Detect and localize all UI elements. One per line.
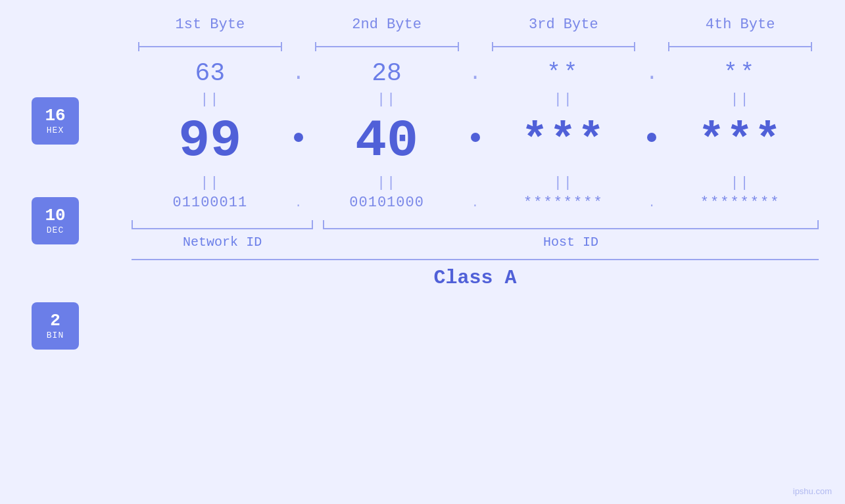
hex-byte-1: 63 bbox=[132, 59, 289, 87]
network-id-label: Network ID bbox=[132, 235, 313, 250]
dec-badge-label: DEC bbox=[47, 225, 64, 235]
hex-badge: 16 HEX bbox=[32, 97, 79, 145]
hex-badge-label: HEX bbox=[47, 126, 64, 135]
hex-value-row: 63 . 28 . ** . ** bbox=[132, 59, 819, 87]
pipe-row-1: || || || || bbox=[132, 87, 819, 111]
bin-dot-3: . bbox=[642, 196, 662, 210]
col-header-1: 1st Byte bbox=[132, 16, 289, 33]
dec-dot-3 bbox=[642, 133, 662, 150]
pipe-2-1: || bbox=[132, 175, 289, 191]
hex-badge-number: 16 bbox=[45, 106, 65, 126]
pipe-2-4: || bbox=[662, 175, 819, 191]
bin-badge-label: BIN bbox=[47, 331, 64, 340]
column-headers: 1st Byte 2nd Byte 3rd Byte 4th Byte bbox=[132, 16, 819, 33]
dec-badge-number: 10 bbox=[45, 206, 65, 225]
rows-container: 1st Byte 2nd Byte 3rd Byte 4th Byte 63 .… bbox=[132, 16, 819, 289]
host-bracket bbox=[323, 216, 819, 229]
hex-dot-1: . bbox=[289, 61, 308, 85]
class-line bbox=[132, 259, 819, 260]
dec-dot-1 bbox=[289, 133, 308, 150]
dec-byte-1: 99 bbox=[132, 111, 289, 171]
pipe-row-2: || || || || bbox=[132, 171, 819, 195]
pipe-1-4: || bbox=[662, 91, 819, 108]
pipe-1-3: || bbox=[485, 91, 642, 108]
hex-dot-3: . bbox=[642, 61, 662, 85]
bin-badge: 2 BIN bbox=[32, 302, 79, 350]
top-bracket-row bbox=[132, 39, 819, 53]
hex-byte-2: 28 bbox=[308, 59, 466, 87]
bracket-4 bbox=[668, 39, 812, 53]
id-labels-row: Network ID Host ID bbox=[132, 235, 819, 250]
bin-dot-2: . bbox=[466, 196, 485, 210]
bin-dot-1: . bbox=[289, 196, 308, 210]
pipe-2-3: || bbox=[485, 175, 642, 191]
bin-byte-1: 01100011 bbox=[132, 195, 289, 211]
hex-byte-4: ** bbox=[662, 60, 819, 87]
host-id-label: Host ID bbox=[323, 235, 819, 250]
dec-value-row: 99 40 *** *** bbox=[132, 111, 819, 171]
bin-byte-4: ******** bbox=[662, 195, 819, 211]
dec-byte-3: *** bbox=[485, 116, 642, 166]
watermark: ipshu.com bbox=[793, 486, 832, 496]
class-label: Class A bbox=[132, 267, 819, 289]
bracket-3 bbox=[492, 39, 636, 53]
pipe-1-1: || bbox=[132, 91, 289, 108]
dec-badge: 10 DEC bbox=[32, 197, 79, 244]
main-container: 16 HEX 10 DEC 2 BIN 1st Byte 2nd Byte 3r… bbox=[0, 0, 845, 504]
bin-badge-number: 2 bbox=[50, 311, 60, 331]
dec-byte-2: 40 bbox=[308, 111, 466, 171]
dec-dot-filled-3 bbox=[647, 133, 656, 142]
bracket-1 bbox=[138, 39, 282, 53]
bracket-2 bbox=[315, 39, 459, 53]
dec-byte-4: *** bbox=[662, 116, 819, 166]
col-header-4: 4th Byte bbox=[662, 16, 819, 33]
pipe-2-2: || bbox=[308, 175, 466, 191]
bottom-bracket-row bbox=[132, 216, 819, 229]
bin-value-row: 01100011 . 00101000 . ******** . *******… bbox=[132, 195, 819, 211]
col-header-3: 3rd Byte bbox=[485, 16, 642, 33]
dec-dot-filled-1 bbox=[294, 133, 303, 142]
hex-byte-3: ** bbox=[485, 60, 642, 87]
bin-byte-3: ******** bbox=[485, 195, 642, 211]
dec-dot-filled-2 bbox=[471, 133, 480, 142]
bin-byte-2: 00101000 bbox=[308, 195, 466, 211]
col-header-2: 2nd Byte bbox=[308, 16, 466, 33]
dec-dot-2 bbox=[466, 133, 485, 150]
class-section: Class A bbox=[132, 259, 819, 289]
pipe-1-2: || bbox=[308, 91, 466, 108]
network-bracket bbox=[132, 216, 313, 229]
hex-dot-2: . bbox=[466, 61, 485, 85]
